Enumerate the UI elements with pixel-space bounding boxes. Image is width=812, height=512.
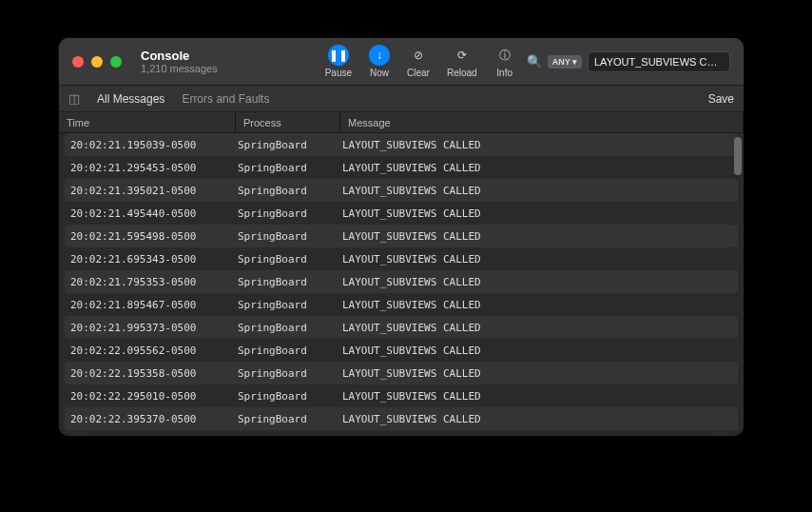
log-row[interactable]: 20:02:22.095562-0500SpringBoardLAYOUT_SU…: [65, 339, 738, 362]
cell-message: LAYOUT_SUBVIEWS CALLED: [340, 253, 738, 266]
cell-message: LAYOUT_SUBVIEWS CALLED: [340, 207, 738, 220]
cell-message: LAYOUT_SUBVIEWS CALLED: [340, 413, 738, 425]
cell-process: SpringBoard: [236, 367, 340, 380]
info-button[interactable]: ⓘ Info: [494, 45, 515, 78]
search-icon: 🔍: [527, 54, 542, 69]
cell-message: LAYOUT_SUBVIEWS CALLED: [340, 322, 738, 334]
cell-message: LAYOUT_SUBVIEWS CALLED: [340, 185, 738, 197]
cell-time: 20:02:21.395021-0500: [65, 185, 236, 197]
log-row[interactable]: 20:02:21.895467-0500SpringBoardLAYOUT_SU…: [65, 293, 738, 316]
tab-errors-faults[interactable]: Errors and Faults: [182, 92, 269, 106]
cell-process: SpringBoard: [236, 185, 340, 197]
cell-message: LAYOUT_SUBVIEWS CALLED: [340, 230, 738, 243]
sidebar-toggle-icon[interactable]: ◫: [68, 91, 80, 106]
cell-message: LAYOUT_SUBVIEWS CALLED: [340, 345, 738, 357]
cell-time: 20:02:21.295453-0500: [65, 162, 236, 174]
cell-time: 20:02:21.995373-0500: [65, 322, 236, 334]
cell-time: 20:02:22.095562-0500: [65, 345, 236, 357]
info-label: Info: [496, 68, 512, 78]
log-rows: 20:02:21.195039-0500SpringBoardLAYOUT_SU…: [59, 133, 744, 436]
cell-process: SpringBoard: [236, 162, 340, 174]
cell-time: 20:02:21.695343-0500: [65, 253, 236, 266]
cell-time: 20:02:21.495440-0500: [65, 207, 236, 220]
log-row[interactable]: 20:02:21.595498-0500SpringBoardLAYOUT_SU…: [65, 225, 738, 247]
header-process[interactable]: Process: [236, 112, 340, 132]
cell-message: LAYOUT_SUBVIEWS CALLED: [340, 276, 738, 288]
console-window: Console 1,210 messages ❚❚ Pause ↓ Now ⊘ …: [59, 38, 744, 436]
cell-message: LAYOUT_SUBVIEWS CALLED: [340, 390, 738, 403]
cell-time: 20:02:22.395370-0500: [65, 413, 236, 425]
info-icon: ⓘ: [494, 45, 515, 66]
minimize-button[interactable]: [91, 56, 103, 68]
filter-bar: ◫ All Messages Errors and Faults Save: [59, 86, 744, 112]
cell-process: SpringBoard: [236, 253, 340, 266]
log-row[interactable]: 20:02:22.295010-0500SpringBoardLAYOUT_SU…: [65, 384, 738, 407]
pause-icon: ❚❚: [328, 45, 349, 66]
cell-process: SpringBoard: [236, 230, 340, 243]
save-button[interactable]: Save: [708, 92, 734, 106]
cell-process: SpringBoard: [236, 207, 340, 220]
log-row[interactable]: 20:02:21.495440-0500SpringBoardLAYOUT_SU…: [65, 202, 738, 225]
search-input[interactable]: [588, 51, 730, 72]
zoom-button[interactable]: [110, 56, 122, 68]
cell-time: 20:02:22.195358-0500: [65, 367, 236, 380]
log-row[interactable]: 20:02:21.195039-0500SpringBoardLAYOUT_SU…: [65, 133, 738, 156]
cell-time: 20:02:21.595498-0500: [65, 230, 236, 243]
cell-process: SpringBoard: [236, 345, 340, 357]
cell-process: SpringBoard: [236, 276, 340, 288]
log-row[interactable]: 20:02:21.295453-0500SpringBoardLAYOUT_SU…: [65, 156, 738, 179]
cell-message: LAYOUT_SUBVIEWS CALLED: [340, 299, 738, 311]
cell-message: LAYOUT_SUBVIEWS CALLED: [340, 162, 738, 174]
arrow-down-icon: ↓: [369, 45, 390, 66]
search-scope-badge[interactable]: ANY ▾: [548, 55, 582, 69]
header-time[interactable]: Time: [59, 112, 236, 132]
close-button[interactable]: [72, 56, 84, 68]
window-title-block: Console 1,210 messages: [141, 49, 218, 74]
reload-button[interactable]: ⟳ Reload: [447, 45, 477, 78]
now-label: Now: [370, 68, 389, 78]
scrollbar-thumb[interactable]: [734, 137, 742, 175]
now-button[interactable]: ↓ Now: [369, 45, 390, 78]
cell-process: SpringBoard: [236, 299, 340, 311]
pause-label: Pause: [325, 68, 352, 78]
toolbar-actions: ❚❚ Pause ↓ Now ⊘ Clear ⟳ Reload ⓘ Info: [325, 45, 515, 78]
log-row[interactable]: 20:02:21.995373-0500SpringBoardLAYOUT_SU…: [65, 316, 738, 339]
column-headers: Time Process Message: [59, 112, 744, 133]
cell-process: SpringBoard: [236, 322, 340, 334]
reload-label: Reload: [447, 68, 477, 78]
clear-button[interactable]: ⊘ Clear: [407, 45, 430, 78]
cell-process: SpringBoard: [236, 139, 340, 151]
log-row[interactable]: 20:02:22.195358-0500SpringBoardLAYOUT_SU…: [65, 362, 738, 384]
cell-time: 20:02:21.895467-0500: [65, 299, 236, 311]
header-message[interactable]: Message: [340, 112, 744, 132]
cell-process: SpringBoard: [236, 413, 340, 425]
cell-time: 20:02:22.295010-0500: [65, 390, 236, 403]
cell-message: LAYOUT_SUBVIEWS CALLED: [340, 367, 738, 380]
log-row[interactable]: 20:02:21.695343-0500SpringBoardLAYOUT_SU…: [65, 247, 738, 270]
reload-icon: ⟳: [452, 45, 473, 66]
clear-label: Clear: [407, 68, 430, 78]
tab-all-messages[interactable]: All Messages: [97, 92, 164, 106]
log-row[interactable]: 20:02:21.795353-0500SpringBoardLAYOUT_SU…: [65, 270, 738, 293]
titlebar: Console 1,210 messages ❚❚ Pause ↓ Now ⊘ …: [59, 38, 744, 86]
message-count: 1,210 messages: [141, 63, 218, 74]
cell-time: 20:02:21.795353-0500: [65, 276, 236, 288]
pause-button[interactable]: ❚❚ Pause: [325, 45, 352, 78]
cell-time: 20:02:21.195039-0500: [65, 139, 236, 151]
clear-icon: ⊘: [408, 45, 429, 66]
cell-message: LAYOUT_SUBVIEWS CALLED: [340, 139, 738, 151]
search-wrap: 🔍 ANY ▾: [527, 51, 730, 72]
window-title: Console: [141, 49, 218, 63]
log-row[interactable]: 20:02:21.395021-0500SpringBoardLAYOUT_SU…: [65, 179, 738, 202]
traffic-lights: [72, 56, 122, 68]
log-row[interactable]: 20:02:22.395370-0500SpringBoardLAYOUT_SU…: [65, 407, 738, 430]
cell-process: SpringBoard: [236, 390, 340, 403]
